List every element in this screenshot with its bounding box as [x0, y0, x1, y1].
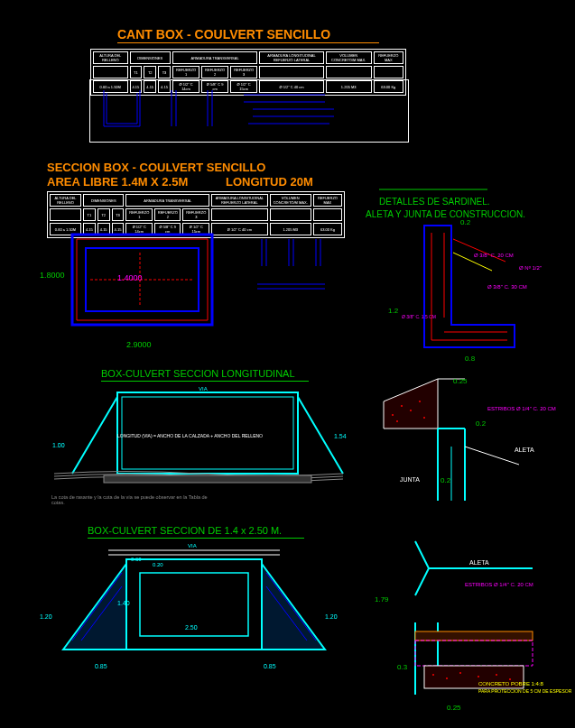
dim-060: 0.60	[131, 557, 142, 562]
dim-d08: 0.8	[465, 355, 475, 363]
dim-d02-b: 0.2	[441, 476, 450, 484]
title-longitudinal: BOX-CULVERT SECCION LONGITUDINAL	[101, 368, 295, 379]
dim-120-l: 1.20	[40, 613, 52, 620]
svg-point-37	[410, 410, 412, 411]
underline-1425	[88, 538, 304, 539]
rebar-label-1: Ø 3/8" C. 20 CM	[474, 253, 514, 258]
svg-point-38	[419, 401, 421, 402]
dim-020: 0.20	[153, 562, 163, 567]
svg-rect-34	[104, 475, 311, 483]
rebar-schematic	[253, 235, 334, 334]
cota-note: La cota de rasante y la cota de la vía s…	[51, 494, 214, 505]
dim-140: 1.40	[117, 600, 130, 606]
svg-point-39	[423, 417, 425, 419]
longitud-note: LONGITUD (VIA) = ANCHO DE LA CALZADA + A…	[117, 433, 263, 438]
dim-179: 1.79	[375, 595, 389, 604]
dim-085-l: 0.85	[95, 663, 107, 669]
rebar-label-2: Ø Nº 1/2"	[519, 265, 542, 271]
underline-1	[117, 42, 379, 43]
aleta-label-2: ALETA	[469, 559, 489, 566]
svg-rect-57	[415, 631, 533, 640]
underline-long	[101, 381, 309, 382]
dim-250: 2.50	[185, 624, 198, 631]
title-area: AREA LIBRE 1.4M X 2.5M	[47, 175, 188, 189]
svg-rect-58	[415, 640, 533, 666]
dim-100: 1.00	[52, 442, 65, 448]
svg-line-30	[453, 239, 505, 262]
aleta-label: ALETA	[515, 447, 534, 453]
dim-w14: 1.4000	[117, 273, 143, 282]
dim-d02-r: 0.2	[476, 419, 486, 428]
diagram-frame-1	[89, 79, 409, 143]
svg-point-60	[432, 674, 434, 676]
estribos-label-2: ESTRIBOS Ø 1/4" C. 20 CM	[465, 582, 533, 587]
estribos-label: ESTRIBOS Ø 1/4" C. 20 CM	[487, 406, 556, 411]
dim-w29: 2.9000	[126, 340, 152, 349]
sardinel-detail	[379, 189, 551, 361]
svg-point-63	[478, 676, 479, 677]
longitudinal-section	[54, 383, 343, 501]
svg-point-65	[509, 678, 511, 680]
section-1425-drawing	[36, 541, 343, 677]
aleta-junta-detail	[375, 374, 555, 510]
concreto-label: CONCRETO POBRE 1:4:8	[478, 681, 543, 687]
dim-03: 0.3	[397, 663, 407, 671]
box-section-drawing	[63, 226, 244, 343]
label-via-2: VIA	[188, 543, 197, 548]
svg-point-36	[401, 405, 403, 407]
dim-d025-top: 0.25	[453, 377, 468, 385]
dim-154: 1.54	[334, 433, 347, 439]
svg-point-40	[396, 420, 398, 422]
label-via-1: VIA	[199, 386, 208, 392]
junta-label: JUNTA	[400, 476, 420, 483]
dim-d02-top: 0.2	[460, 218, 470, 226]
rebar-label-3: Ø 3/8" C. 30 CM	[487, 284, 527, 290]
svg-point-64	[496, 674, 497, 676]
title-section: SECCION BOX - COULVERT SENCILLO	[47, 161, 265, 174]
svg-point-62	[459, 672, 461, 674]
dim-085-r: 0.85	[264, 663, 276, 669]
dim-d12: 1.2	[388, 307, 398, 315]
title-cant-box: CANT BOX - COULVERT SENCILLO	[117, 27, 330, 41]
svg-point-35	[392, 414, 394, 416]
svg-point-61	[446, 677, 448, 679]
title-seccion-1425: BOX-CULVERT SECCION DE 1.4 x 2.50 M.	[88, 525, 282, 536]
proteccion-label: PARA PROTECCION DE 5 CM DE ESPESOR	[478, 688, 571, 694]
dim-120-r: 1.20	[325, 613, 338, 620]
rebar-label-4: Ø 3/8" C. 1.5 CM	[402, 314, 436, 319]
dim-d025-bot: 0.25	[447, 704, 461, 712]
title-longitud: LONGITUD 20M	[226, 175, 313, 189]
dim-h18: 1.8000	[40, 271, 65, 280]
